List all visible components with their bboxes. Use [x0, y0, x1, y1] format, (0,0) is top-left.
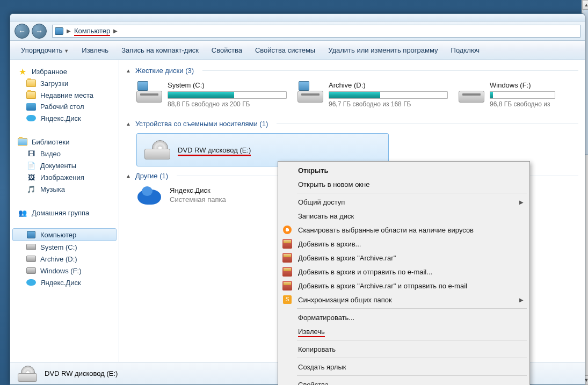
sidebar-homegroup[interactable]: 👥Домашняя группа — [10, 207, 119, 219]
separator — [297, 308, 527, 309]
document-icon: 📄 — [26, 161, 36, 170]
drive-icon — [26, 256, 36, 262]
sidebar-drive-f[interactable]: Windows (F:) — [10, 265, 119, 277]
picture-icon: 🖼 — [26, 173, 36, 181]
drive-icon — [26, 267, 36, 274]
submenu-arrow-icon: ▶ — [519, 297, 524, 303]
capacity-bar — [329, 91, 448, 99]
winrar-icon — [282, 267, 292, 277]
folder-icon — [26, 91, 36, 99]
titlebar — [10, 14, 585, 21]
sidebar-video[interactable]: 🎞Видео — [10, 148, 119, 159]
item-subtitle: Системная папка — [170, 195, 226, 204]
status-text: DVD RW дисковод (E:) — [45, 369, 118, 377]
system-properties-button[interactable]: Свойства системы — [250, 44, 321, 56]
ctx-format[interactable]: Форматировать... — [280, 310, 528, 324]
sidebar-drive-d[interactable]: Archive (D:) — [10, 253, 119, 265]
drive-name: Archive (D:) — [329, 81, 448, 89]
capacity-bar — [168, 91, 287, 99]
drive-c[interactable]: System (C:) 88,8 ГБ свободно из 200 ГБ — [136, 81, 287, 108]
winrar-icon — [282, 239, 292, 249]
drive-name: Windows (F:) — [490, 81, 555, 89]
sidebar-favorites[interactable]: ★Избранное — [10, 66, 119, 77]
uninstall-button[interactable]: Удалить или изменить программу — [323, 44, 443, 56]
breadcrumb-computer[interactable]: Компьютер — [74, 27, 110, 35]
cloud-icon — [26, 279, 36, 286]
sync-icon: S — [283, 295, 292, 304]
burn-button[interactable]: Запись на компакт-диск — [116, 44, 204, 56]
scroll-up-icon[interactable]: ▲ — [582, 0, 588, 10]
ctx-open-new-window[interactable]: Открыть в новом окне — [280, 177, 528, 191]
address-bar[interactable]: ▶ Компьютер ▶ — [52, 25, 580, 38]
drive-d[interactable]: Archive (D:) 96,7 ГБ свободно из 168 ГБ — [297, 81, 448, 108]
ctx-scan[interactable]: Сканировать выбранные области на наличие… — [280, 223, 528, 237]
computer-icon — [55, 27, 63, 35]
context-menu: Открыть Открыть в новом окне Общий досту… — [278, 161, 530, 385]
drive-name: System (C:) — [168, 81, 287, 89]
drive-picture-icon — [137, 81, 148, 91]
toolbar: Упорядочить▼ Извлечь Запись на компакт-д… — [10, 41, 585, 60]
group-removable[interactable]: ▲Устройства со съемными носителями (1) — [119, 118, 585, 130]
music-icon: 🎵 — [26, 185, 36, 193]
sidebar-pictures[interactable]: 🖼Изображения — [10, 171, 119, 183]
sidebar-libraries[interactable]: Библиотеки — [10, 136, 119, 148]
libraries-icon — [18, 138, 27, 146]
connect-button[interactable]: Подключ — [446, 44, 485, 56]
separator — [297, 340, 527, 340]
star-icon: ★ — [18, 67, 27, 76]
drive-icon — [26, 244, 36, 250]
separator — [297, 358, 527, 358]
drive-case-icon — [136, 91, 162, 103]
sidebar-yandex-disk-2[interactable]: Яндекс.Диск — [10, 277, 119, 288]
back-button[interactable]: ← — [14, 24, 30, 39]
organize-button[interactable]: Упорядочить▼ — [16, 44, 74, 56]
homegroup-icon: 👥 — [18, 208, 27, 217]
ctx-open[interactable]: Открыть — [280, 163, 528, 177]
submenu-arrow-icon: ▶ — [519, 199, 524, 205]
properties-button[interactable]: Свойства — [206, 44, 248, 56]
ctx-burn[interactable]: Записать на диск — [280, 209, 528, 223]
drive-f[interactable]: Windows (F:) 96,8 ГБ свободно из — [459, 81, 555, 108]
ctx-add-rar-and-email[interactable]: Добавить в архив "Archive.rar" и отправи… — [280, 279, 528, 293]
avast-icon — [283, 226, 292, 234]
separator — [297, 375, 527, 376]
ctx-copy[interactable]: Копировать — [280, 342, 528, 356]
drive-picture-icon — [299, 81, 309, 91]
ctx-add-and-email[interactable]: Добавить в архив и отправить по e-mail..… — [280, 265, 528, 279]
drive-free-text: 96,7 ГБ свободно из 168 ГБ — [329, 100, 448, 108]
computer-icon — [27, 231, 35, 238]
capacity-bar — [490, 91, 555, 99]
forward-button[interactable]: → — [32, 24, 47, 39]
ctx-create-shortcut[interactable]: Создать ярлык — [280, 360, 528, 374]
ctx-eject[interactable]: Извлечь — [280, 324, 528, 338]
desktop-icon — [26, 103, 36, 111]
sidebar-documents[interactable]: 📄Документы — [10, 159, 119, 171]
collapse-icon: ▲ — [126, 68, 131, 74]
sidebar-drive-c[interactable]: System (C:) — [10, 241, 119, 253]
group-hard-drives[interactable]: ▲Жесткие диски (3) — [119, 64, 585, 77]
sidebar-music[interactable]: 🎵Музыка — [10, 183, 119, 195]
chevron-right-icon: ▶ — [113, 28, 118, 34]
winrar-icon — [282, 281, 292, 290]
ctx-sync[interactable]: SСинхронизация общих папок▶ — [280, 293, 528, 307]
sidebar-yandex-disk[interactable]: Яндекс.Диск — [10, 112, 119, 124]
ctx-add-archive-rar[interactable]: Добавить в архив "Archive.rar" — [280, 251, 528, 265]
sidebar-recent[interactable]: Недавние места — [10, 89, 119, 101]
drive-case-icon — [297, 91, 323, 103]
sidebar-downloads[interactable]: Загрузки — [10, 77, 119, 89]
sidebar-desktop[interactable]: Рабочий стол — [10, 101, 119, 112]
folder-icon — [26, 79, 36, 87]
dvd-drive-name: DVD RW дисковод (E:) — [178, 146, 251, 154]
winrar-icon — [282, 253, 292, 263]
ctx-properties[interactable]: Свойства — [280, 377, 528, 385]
address-row: ← → ▶ Компьютер ▶ — [10, 21, 585, 41]
drive-case-icon — [459, 91, 484, 103]
cloud-icon — [26, 115, 36, 121]
ctx-add-archive[interactable]: Добавить в архив... — [280, 237, 528, 251]
eject-button[interactable]: Извлечь — [76, 44, 114, 56]
ctx-share[interactable]: Общий доступ▶ — [280, 195, 528, 209]
sidebar-computer[interactable]: Компьютер — [12, 228, 117, 241]
chevron-right-icon: ▶ — [67, 28, 71, 34]
drive-free-text: 96,8 ГБ свободно из — [490, 100, 555, 108]
separator — [297, 193, 527, 193]
